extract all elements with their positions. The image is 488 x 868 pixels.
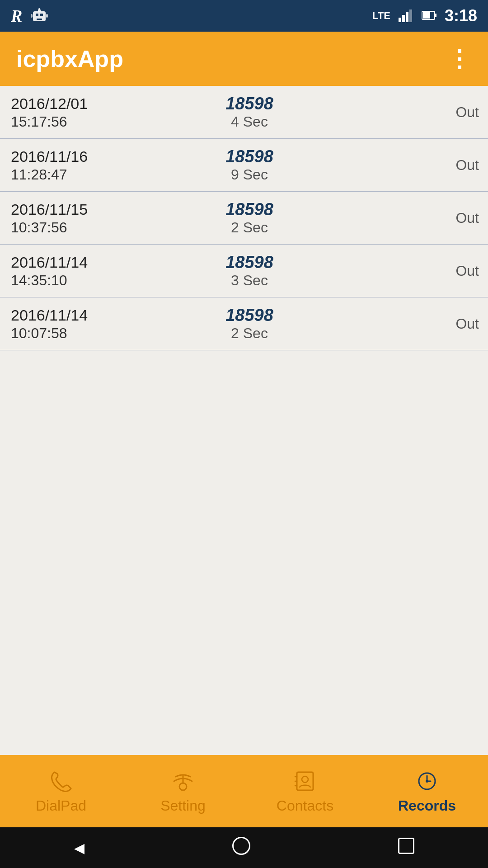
record-time: 10:37:56 — [11, 219, 170, 236]
nav-label-contacts: Contacts — [277, 797, 333, 814]
record-item[interactable]: 2016/12/01 18598 Out 15:17:56 4 Sec — [0, 86, 488, 139]
app-title: icpbxApp — [16, 45, 123, 72]
record-number: 18598 — [170, 200, 329, 219]
svg-point-18 — [302, 776, 308, 783]
record-time: 14:35:10 — [11, 272, 170, 289]
records-list: 2016/12/01 18598 Out 15:17:56 4 Sec 2016… — [0, 86, 488, 755]
nav-item-setting[interactable]: Setting — [138, 769, 228, 814]
record-date: 2016/11/14 — [11, 254, 170, 271]
nav-item-dialpad[interactable]: DialPad — [16, 769, 106, 814]
dialpad-icon — [48, 769, 74, 794]
svg-rect-9 — [402, 15, 405, 22]
record-item[interactable]: 2016/11/16 18598 Out 11:28:47 9 Sec — [0, 139, 488, 192]
records-icon — [414, 769, 440, 794]
record-item[interactable]: 2016/11/15 18598 Out 10:37:56 2 Sec — [0, 192, 488, 245]
record-direction: Out — [329, 316, 488, 332]
nav-item-records[interactable]: Records — [382, 769, 472, 814]
record-item[interactable]: 2016/11/14 18598 Out 10:07:58 2 Sec — [0, 297, 488, 350]
svg-point-5 — [38, 8, 40, 10]
home-button[interactable] — [232, 837, 250, 859]
svg-rect-13 — [435, 14, 436, 17]
svg-rect-7 — [46, 14, 48, 18]
record-number: 18598 — [170, 147, 329, 166]
more-options-icon[interactable]: ⋮ — [447, 47, 472, 71]
record-time: 11:28:47 — [11, 166, 170, 183]
status-bar: R LTE 3:18 — [0, 0, 488, 32]
nav-label-records: Records — [398, 797, 456, 814]
record-duration: 3 Sec — [170, 272, 329, 289]
record-time: 10:07:58 — [11, 325, 170, 342]
record-direction: Out — [329, 157, 488, 174]
svg-point-15 — [179, 783, 187, 790]
status-bar-right: LTE 3:18 — [372, 6, 477, 25]
record-duration: 4 Sec — [170, 113, 329, 130]
record-item[interactable]: 2016/11/14 18598 Out 14:35:10 3 Sec — [0, 245, 488, 297]
battery-icon — [421, 8, 437, 24]
svg-rect-6 — [31, 14, 33, 18]
r-logo: R — [11, 6, 22, 26]
record-direction: Out — [329, 263, 488, 279]
back-button[interactable]: ◀ — [74, 840, 84, 856]
record-date: 2016/11/15 — [11, 201, 170, 218]
svg-rect-8 — [399, 18, 401, 22]
status-bar-left: R — [11, 6, 49, 26]
record-time: 15:17:56 — [11, 113, 170, 130]
record-direction: Out — [329, 210, 488, 226]
svg-rect-10 — [406, 12, 408, 22]
recents-button[interactable] — [398, 838, 414, 858]
robot-icon — [29, 6, 49, 26]
record-date: 2016/11/16 — [11, 148, 170, 165]
app-bar: icpbxApp ⋮ — [0, 32, 488, 86]
signal-icon — [398, 8, 414, 24]
bottom-nav: DialPad Setting Contacts — [0, 755, 488, 827]
svg-rect-2 — [40, 14, 43, 16]
nav-label-setting: Setting — [160, 797, 206, 814]
record-duration: 2 Sec — [170, 219, 329, 236]
svg-rect-1 — [36, 14, 38, 16]
record-number: 18598 — [170, 94, 329, 113]
record-date: 2016/11/14 — [11, 307, 170, 324]
nav-item-contacts[interactable]: Contacts — [260, 769, 350, 814]
svg-rect-11 — [409, 9, 412, 22]
svg-rect-3 — [37, 19, 42, 20]
record-number: 18598 — [170, 253, 329, 272]
contacts-icon — [292, 769, 318, 794]
record-duration: 2 Sec — [170, 325, 329, 342]
record-date: 2016/12/01 — [11, 95, 170, 113]
status-time: 3:18 — [445, 6, 477, 25]
record-number: 18598 — [170, 306, 329, 325]
record-duration: 9 Sec — [170, 166, 329, 183]
record-direction: Out — [329, 104, 488, 121]
svg-rect-14 — [423, 12, 430, 19]
system-nav-bar: ◀ — [0, 827, 488, 868]
setting-icon — [170, 769, 196, 794]
nav-label-dialpad: DialPad — [36, 797, 86, 814]
lte-indicator: LTE — [372, 10, 390, 22]
